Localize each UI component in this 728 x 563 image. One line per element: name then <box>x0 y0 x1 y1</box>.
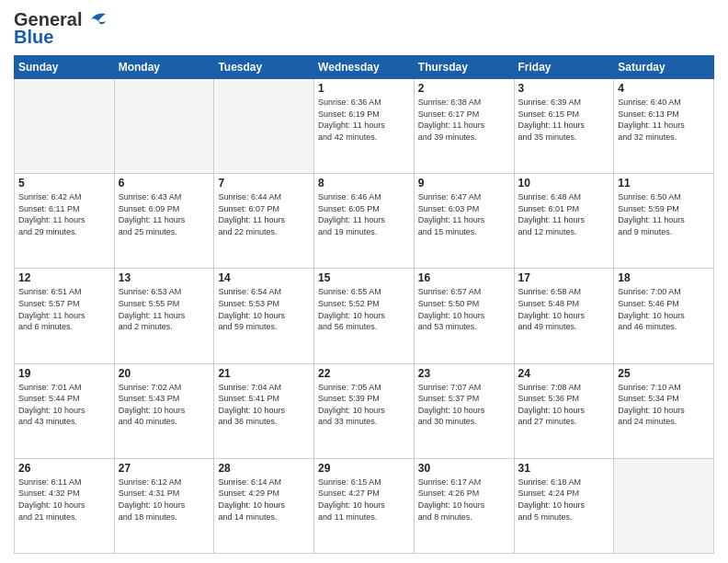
weekday-header-friday: Friday <box>514 56 614 79</box>
calendar-cell: 17Sunrise: 6:58 AM Sunset: 5:48 PM Dayli… <box>514 269 614 363</box>
day-info: Sunrise: 6:44 AM Sunset: 6:07 PM Dayligh… <box>218 191 310 237</box>
day-number: 14 <box>218 271 310 284</box>
day-info: Sunrise: 7:02 AM Sunset: 5:43 PM Dayligh… <box>119 382 210 428</box>
day-info: Sunrise: 7:00 AM Sunset: 5:46 PM Dayligh… <box>618 286 710 332</box>
calendar-week-2: 5Sunrise: 6:42 AM Sunset: 6:11 PM Daylig… <box>15 174 714 269</box>
calendar-cell: 28Sunrise: 6:14 AM Sunset: 4:29 PM Dayli… <box>214 458 314 553</box>
day-info: Sunrise: 6:42 AM Sunset: 6:11 PM Dayligh… <box>18 191 110 237</box>
day-info: Sunrise: 6:36 AM Sunset: 6:19 PM Dayligh… <box>318 97 410 143</box>
weekday-header-tuesday: Tuesday <box>214 56 314 79</box>
calendar-cell: 25Sunrise: 7:10 AM Sunset: 5:34 PM Dayli… <box>614 363 714 458</box>
day-number: 16 <box>418 271 510 284</box>
calendar-cell: 6Sunrise: 6:43 AM Sunset: 6:09 PM Daylig… <box>114 174 214 269</box>
weekday-header-sunday: Sunday <box>15 56 115 79</box>
calendar-cell: 9Sunrise: 6:47 AM Sunset: 6:03 PM Daylig… <box>414 174 514 269</box>
day-number: 21 <box>218 367 310 380</box>
calendar-week-4: 19Sunrise: 7:01 AM Sunset: 5:44 PM Dayli… <box>15 363 714 458</box>
day-info: Sunrise: 6:11 AM Sunset: 4:32 PM Dayligh… <box>18 477 110 523</box>
calendar-cell: 13Sunrise: 6:53 AM Sunset: 5:55 PM Dayli… <box>114 269 214 363</box>
logo: General Blue <box>14 9 108 48</box>
calendar-cell: 19Sunrise: 7:01 AM Sunset: 5:44 PM Dayli… <box>15 363 115 458</box>
calendar-cell: 14Sunrise: 6:54 AM Sunset: 5:53 PM Dayli… <box>214 269 314 363</box>
day-number: 30 <box>418 462 510 475</box>
day-info: Sunrise: 6:57 AM Sunset: 5:50 PM Dayligh… <box>418 286 510 332</box>
day-number: 25 <box>618 367 710 380</box>
day-number: 28 <box>218 462 310 475</box>
day-number: 10 <box>518 177 610 190</box>
calendar-week-5: 26Sunrise: 6:11 AM Sunset: 4:32 PM Dayli… <box>15 458 714 553</box>
calendar-cell: 11Sunrise: 6:50 AM Sunset: 5:59 PM Dayli… <box>614 174 714 269</box>
day-info: Sunrise: 6:53 AM Sunset: 5:55 PM Dayligh… <box>119 286 210 332</box>
calendar-cell: 12Sunrise: 6:51 AM Sunset: 5:57 PM Dayli… <box>15 269 115 363</box>
weekday-header-row: SundayMondayTuesdayWednesdayThursdayFrid… <box>15 56 714 79</box>
day-number: 12 <box>18 271 110 284</box>
page-container: General Blue SundayMondayTuesdayWednesda… <box>0 0 728 563</box>
logo-bird-icon <box>84 10 108 29</box>
weekday-header-thursday: Thursday <box>414 56 514 79</box>
calendar-cell <box>614 458 714 553</box>
day-number: 11 <box>618 177 710 190</box>
day-info: Sunrise: 6:55 AM Sunset: 5:52 PM Dayligh… <box>318 286 410 332</box>
day-number: 1 <box>318 82 410 95</box>
calendar-cell: 5Sunrise: 6:42 AM Sunset: 6:11 PM Daylig… <box>15 174 115 269</box>
day-number: 29 <box>318 462 410 475</box>
day-info: Sunrise: 6:43 AM Sunset: 6:09 PM Dayligh… <box>119 191 210 237</box>
day-number: 31 <box>518 462 610 475</box>
calendar-cell: 16Sunrise: 6:57 AM Sunset: 5:50 PM Dayli… <box>414 269 514 363</box>
day-number: 6 <box>119 177 210 190</box>
calendar-cell: 8Sunrise: 6:46 AM Sunset: 6:05 PM Daylig… <box>314 174 415 269</box>
calendar-cell <box>114 79 214 174</box>
day-number: 18 <box>618 271 710 284</box>
calendar-cell: 10Sunrise: 6:48 AM Sunset: 6:01 PM Dayli… <box>514 174 614 269</box>
weekday-header-monday: Monday <box>114 56 214 79</box>
calendar-week-3: 12Sunrise: 6:51 AM Sunset: 5:57 PM Dayli… <box>15 269 714 363</box>
calendar-cell: 15Sunrise: 6:55 AM Sunset: 5:52 PM Dayli… <box>314 269 415 363</box>
day-info: Sunrise: 6:54 AM Sunset: 5:53 PM Dayligh… <box>218 286 310 332</box>
calendar-cell: 4Sunrise: 6:40 AM Sunset: 6:13 PM Daylig… <box>614 79 714 174</box>
logo-blue-text: Blue <box>14 27 53 48</box>
calendar-cell: 27Sunrise: 6:12 AM Sunset: 4:31 PM Dayli… <box>114 458 214 553</box>
calendar-cell: 18Sunrise: 7:00 AM Sunset: 5:46 PM Dayli… <box>614 269 714 363</box>
weekday-header-saturday: Saturday <box>614 56 714 79</box>
day-number: 2 <box>418 82 510 95</box>
day-number: 13 <box>119 271 210 284</box>
day-info: Sunrise: 7:05 AM Sunset: 5:39 PM Dayligh… <box>318 382 410 428</box>
calendar-cell: 23Sunrise: 7:07 AM Sunset: 5:37 PM Dayli… <box>414 363 514 458</box>
calendar-cell: 30Sunrise: 6:17 AM Sunset: 4:26 PM Dayli… <box>414 458 514 553</box>
calendar-cell: 2Sunrise: 6:38 AM Sunset: 6:17 PM Daylig… <box>414 79 514 174</box>
day-info: Sunrise: 6:38 AM Sunset: 6:17 PM Dayligh… <box>418 97 510 143</box>
calendar-week-1: 1Sunrise: 6:36 AM Sunset: 6:19 PM Daylig… <box>15 79 714 174</box>
day-info: Sunrise: 7:10 AM Sunset: 5:34 PM Dayligh… <box>618 382 710 428</box>
calendar-cell: 29Sunrise: 6:15 AM Sunset: 4:27 PM Dayli… <box>314 458 415 553</box>
day-info: Sunrise: 7:04 AM Sunset: 5:41 PM Dayligh… <box>218 382 310 428</box>
calendar-cell <box>214 79 314 174</box>
day-info: Sunrise: 6:14 AM Sunset: 4:29 PM Dayligh… <box>218 477 310 523</box>
day-info: Sunrise: 6:47 AM Sunset: 6:03 PM Dayligh… <box>418 191 510 237</box>
calendar-cell: 24Sunrise: 7:08 AM Sunset: 5:36 PM Dayli… <box>514 363 614 458</box>
day-info: Sunrise: 6:17 AM Sunset: 4:26 PM Dayligh… <box>418 477 510 523</box>
calendar-cell: 7Sunrise: 6:44 AM Sunset: 6:07 PM Daylig… <box>214 174 314 269</box>
day-info: Sunrise: 6:50 AM Sunset: 5:59 PM Dayligh… <box>618 191 710 237</box>
day-number: 5 <box>18 177 110 190</box>
day-number: 9 <box>418 177 510 190</box>
day-number: 8 <box>318 177 410 190</box>
header: General Blue <box>14 9 714 48</box>
calendar-cell: 1Sunrise: 6:36 AM Sunset: 6:19 PM Daylig… <box>314 79 415 174</box>
day-number: 4 <box>618 82 710 95</box>
day-info: Sunrise: 6:51 AM Sunset: 5:57 PM Dayligh… <box>18 286 110 332</box>
calendar-cell: 22Sunrise: 7:05 AM Sunset: 5:39 PM Dayli… <box>314 363 415 458</box>
day-info: Sunrise: 7:07 AM Sunset: 5:37 PM Dayligh… <box>418 382 510 428</box>
day-number: 23 <box>418 367 510 380</box>
day-info: Sunrise: 6:46 AM Sunset: 6:05 PM Dayligh… <box>318 191 410 237</box>
calendar-cell: 26Sunrise: 6:11 AM Sunset: 4:32 PM Dayli… <box>15 458 115 553</box>
calendar-cell <box>15 79 115 174</box>
day-info: Sunrise: 6:18 AM Sunset: 4:24 PM Dayligh… <box>518 477 610 523</box>
calendar-table: SundayMondayTuesdayWednesdayThursdayFrid… <box>14 55 714 554</box>
day-number: 22 <box>318 367 410 380</box>
day-info: Sunrise: 6:48 AM Sunset: 6:01 PM Dayligh… <box>518 191 610 237</box>
calendar-cell: 31Sunrise: 6:18 AM Sunset: 4:24 PM Dayli… <box>514 458 614 553</box>
day-number: 19 <box>18 367 110 380</box>
calendar-cell: 3Sunrise: 6:39 AM Sunset: 6:15 PM Daylig… <box>514 79 614 174</box>
day-number: 7 <box>218 177 310 190</box>
day-number: 20 <box>119 367 210 380</box>
